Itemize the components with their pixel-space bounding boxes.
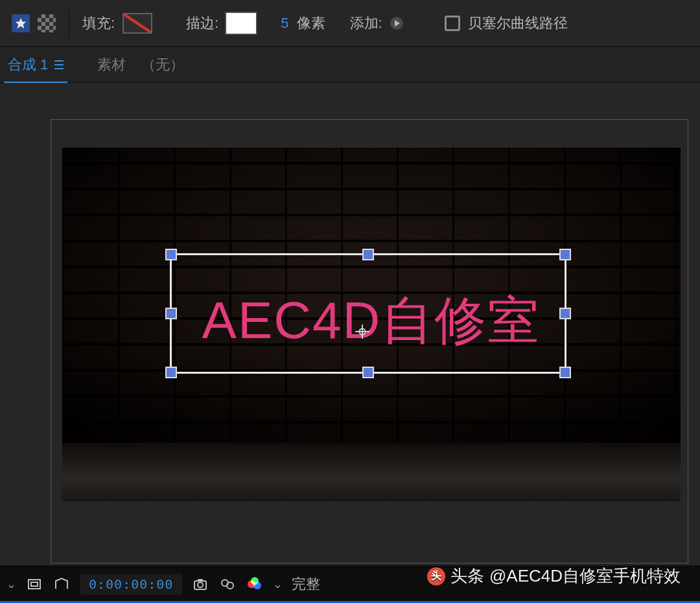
handle-mid-right[interactable] (559, 308, 571, 319)
tab-composition-label: 合成 1 (8, 55, 48, 74)
svg-marker-0 (16, 17, 27, 28)
star-tool-icon[interactable] (12, 14, 30, 32)
selection-box[interactable] (170, 253, 566, 374)
resolution-label[interactable]: 完整 (292, 575, 320, 594)
stroke-width-unit: 像素 (297, 14, 325, 33)
watermark: 头 头条 @AEC4D自修室手机特效 (427, 565, 681, 587)
tab-composition[interactable]: 合成 1 (4, 46, 67, 84)
stroke-swatch[interactable] (226, 13, 256, 34)
panel-tab-row: 合成 1 素材 （无） (0, 47, 700, 83)
current-timecode[interactable]: 0:00:00:00 (80, 574, 182, 595)
fill-label: 填充: (82, 14, 115, 33)
bezier-label: 贝塞尔曲线路径 (468, 14, 568, 33)
svg-point-10 (227, 582, 233, 589)
handle-bot-right[interactable] (559, 367, 571, 378)
show-snapshot-icon[interactable] (218, 575, 237, 593)
tab-footage[interactable]: 素材 （无） (93, 46, 188, 84)
transparency-grid-icon[interactable] (38, 14, 56, 32)
handle-bot-left[interactable] (165, 367, 177, 378)
tab-menu-icon[interactable] (54, 60, 64, 69)
add-label: 添加: (350, 14, 382, 33)
magnification-dropdown-icon[interactable]: ⌄ (6, 577, 16, 591)
handle-top-mid[interactable] (362, 249, 374, 260)
handle-top-right[interactable] (559, 249, 571, 260)
snapshot-icon[interactable] (191, 575, 209, 593)
handle-top-left[interactable] (165, 249, 177, 260)
watermark-handle: @AEC4D自修室手机特效 (489, 565, 681, 587)
add-menu-icon[interactable] (390, 17, 403, 30)
composition-viewer[interactable]: AEC4D自修室 (0, 83, 700, 565)
floor-bg (62, 443, 681, 501)
bezier-checkbox[interactable] (445, 16, 460, 31)
channel-dropdown-icon[interactable]: ⌄ (273, 577, 283, 591)
tab-footage-label: 素材 (97, 56, 126, 73)
stroke-label: 描边: (186, 14, 218, 33)
region-of-interest-icon[interactable] (25, 575, 43, 593)
divider (69, 10, 69, 36)
handle-bot-mid[interactable] (362, 367, 374, 378)
fill-swatch[interactable] (122, 13, 152, 34)
channel-icon[interactable] (246, 575, 264, 593)
watermark-logo-icon: 头 (427, 567, 445, 586)
transparency-toggle-icon[interactable] (52, 575, 71, 593)
svg-rect-5 (31, 582, 38, 586)
shape-toolbar: 填充: 描边: 5 像素 添加: 贝塞尔曲线路径 (0, 0, 700, 47)
svg-point-7 (198, 582, 203, 587)
svg-rect-4 (29, 580, 40, 589)
stroke-width-value[interactable]: 5 (281, 15, 288, 32)
tab-footage-none: （无） (141, 56, 184, 73)
watermark-prefix: 头条 (450, 565, 484, 587)
svg-rect-8 (198, 579, 203, 581)
handle-mid-left[interactable] (165, 308, 177, 319)
